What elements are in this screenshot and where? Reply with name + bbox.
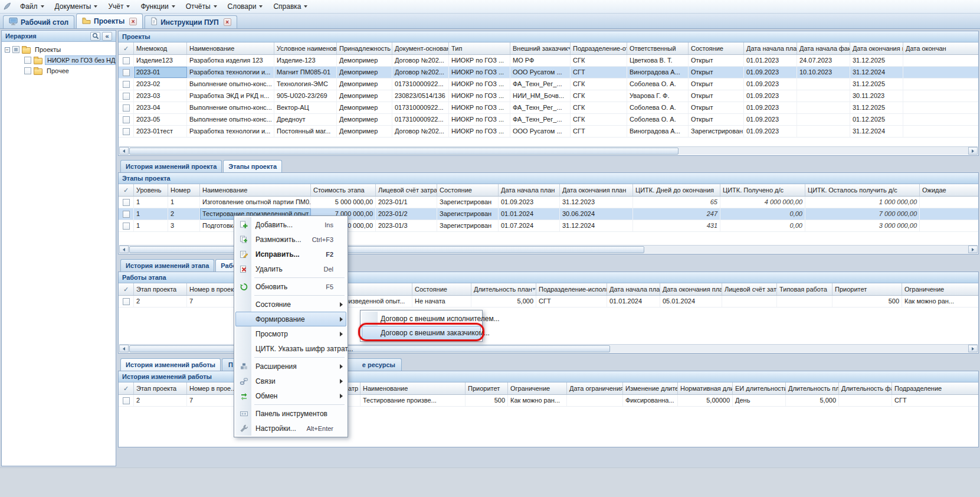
- table-cell[interactable]: [797, 102, 850, 113]
- table-cell[interactable]: 31.12.2024: [850, 126, 903, 137]
- table-cell[interactable]: 30.11.2023: [850, 90, 903, 102]
- table-cell[interactable]: 0,00: [720, 220, 805, 231]
- column-header[interactable]: Длительность фак: [839, 382, 892, 394]
- tab-stage-change-history[interactable]: История изменений этапа: [120, 259, 214, 272]
- row-checkbox[interactable]: [123, 57, 130, 64]
- table-cell[interactable]: Виноградова А...: [627, 67, 689, 78]
- table-cell[interactable]: 0,00: [720, 208, 805, 220]
- table-cell[interactable]: Открыт: [689, 79, 744, 90]
- table-cell[interactable]: 2023-03: [134, 90, 187, 102]
- table-cell[interactable]: Зарегистрирован: [437, 197, 499, 208]
- table-cell[interactable]: [920, 197, 979, 208]
- table-cell[interactable]: Как можно ран...: [508, 395, 567, 406]
- table-row[interactable]: 2023-04Выполнение опытно-конс...Вектор-А…: [119, 102, 978, 114]
- scroll-thumb[interactable]: [129, 246, 644, 253]
- column-header[interactable]: Состояние: [437, 184, 499, 196]
- row-checkbox[interactable]: [123, 81, 130, 88]
- table-cell[interactable]: 1: [168, 197, 200, 208]
- table-cell[interactable]: 01.09.2023: [744, 102, 797, 113]
- table-cell[interactable]: СГТ: [536, 296, 607, 307]
- column-header[interactable]: ✓: [119, 382, 134, 394]
- scroll-left-button[interactable]: [119, 345, 129, 352]
- table-cell[interactable]: СГТ: [892, 395, 979, 406]
- column-header[interactable]: ЦИТК. Дней до окончания: [633, 184, 720, 196]
- column-header[interactable]: Номер в прое...: [187, 382, 235, 394]
- table-cell[interactable]: Открыт: [689, 102, 744, 113]
- tab-instructions[interactable]: Инструкции ПУП ×: [145, 15, 237, 28]
- table-cell[interactable]: [119, 126, 134, 137]
- table-cell[interactable]: ФА_Техн_Рег_...: [510, 114, 571, 125]
- column-header[interactable]: Изменение длите: [623, 382, 678, 394]
- scroll-thumb[interactable]: [129, 345, 610, 352]
- table-cell[interactable]: 65: [633, 197, 720, 208]
- table-cell[interactable]: 2: [134, 296, 187, 307]
- column-header[interactable]: Дата начала план: [744, 42, 797, 54]
- table-cell[interactable]: [567, 395, 623, 406]
- table-cell[interactable]: Демопример: [337, 67, 392, 78]
- table-cell[interactable]: 01.09.2023: [744, 114, 797, 125]
- column-header[interactable]: Принадлежность: [337, 42, 392, 54]
- table-cell[interactable]: 01.09.2023: [744, 79, 797, 90]
- table-row[interactable]: 2023-01Разработка технологии и...Магнит …: [119, 67, 978, 79]
- table-cell[interactable]: [903, 67, 979, 78]
- scroll-right-button[interactable]: [968, 147, 978, 155]
- column-header[interactable]: Дата окончания план: [660, 283, 722, 295]
- table-cell[interactable]: 01.09.2023: [744, 90, 797, 102]
- table-cell[interactable]: 5,000: [471, 296, 536, 307]
- table-cell[interactable]: 1: [134, 197, 168, 208]
- table-cell[interactable]: СГК: [571, 79, 627, 90]
- table-cell[interactable]: [777, 296, 832, 307]
- table-cell[interactable]: Демопример: [337, 126, 392, 137]
- scroll-right-button[interactable]: [968, 345, 978, 352]
- table-cell[interactable]: Открыт: [689, 55, 744, 66]
- menu-item[interactable]: Связи: [235, 374, 346, 388]
- table-cell[interactable]: НИОКР по ГОЗ ...: [449, 67, 510, 78]
- table-cell[interactable]: 431: [633, 220, 720, 231]
- column-header[interactable]: Тип: [449, 42, 510, 54]
- submenu-item[interactable]: Договор с внешним заказчиком...: [362, 326, 481, 340]
- table-cell[interactable]: [920, 220, 979, 231]
- table-cell[interactable]: 2: [134, 395, 187, 406]
- row-checkbox[interactable]: [123, 128, 130, 135]
- column-header[interactable]: Лицевой счёт затр: [722, 283, 777, 295]
- column-header[interactable]: Ответственный: [627, 42, 689, 54]
- table-cell[interactable]: Виноградова А...: [627, 126, 689, 137]
- column-header[interactable]: Дата ограничения: [567, 382, 623, 394]
- scroll-left-button[interactable]: [119, 147, 129, 155]
- table-cell[interactable]: 2023-04: [134, 102, 187, 113]
- table-cell[interactable]: 31.12.2024: [560, 220, 633, 231]
- table-cell[interactable]: [903, 90, 979, 102]
- table-cell[interactable]: 4 000 000,00: [720, 197, 805, 208]
- column-header[interactable]: Подразделение-исполнитель.: [536, 283, 607, 295]
- tree-item[interactable]: НИОКР по ГОЗ без НДС: [2, 55, 116, 66]
- column-header[interactable]: ✓: [119, 42, 134, 54]
- table-cell[interactable]: 2023-01тест: [134, 126, 187, 137]
- table-cell[interactable]: Выполнение опытно-конс...: [187, 79, 274, 90]
- table-cell[interactable]: СГК: [571, 55, 627, 66]
- table-cell[interactable]: Фиксированна...: [623, 395, 678, 406]
- menu-item[interactable]: Исправить...F2: [235, 247, 346, 261]
- table-cell[interactable]: 2023-02: [134, 79, 187, 90]
- table-cell[interactable]: НИОКР по ГОЗ ...: [449, 102, 510, 113]
- table-cell[interactable]: [119, 208, 134, 220]
- column-header[interactable]: Подразделение-от: [571, 42, 627, 54]
- column-header[interactable]: Лицевой счёт затрат: [376, 184, 437, 196]
- column-header[interactable]: Дата начала план: [499, 184, 560, 196]
- table-cell[interactable]: [797, 114, 850, 125]
- table-cell[interactable]: Как можно ран...: [902, 296, 979, 307]
- table-cell[interactable]: 3 000 000,00: [805, 220, 920, 231]
- tree-checkbox[interactable]: [12, 46, 19, 53]
- menu-reports[interactable]: Отчёты: [181, 1, 222, 12]
- table-cell[interactable]: [722, 296, 777, 307]
- column-header[interactable]: Номер: [168, 184, 200, 196]
- table-cell[interactable]: 10.10.2023: [797, 67, 850, 78]
- table-cell[interactable]: [797, 90, 850, 102]
- table-cell[interactable]: Выполнение опытно-конс...: [187, 114, 274, 125]
- projects-h-scrollbar[interactable]: [119, 146, 978, 155]
- table-cell[interactable]: Договор №202...: [392, 126, 449, 137]
- table-cell[interactable]: [797, 126, 850, 137]
- table-cell[interactable]: [119, 114, 134, 125]
- row-checkbox[interactable]: [123, 116, 130, 123]
- table-cell[interactable]: Разработка ЭКД и РКД н...: [187, 90, 274, 102]
- menu-item[interactable]: Расширения: [235, 359, 346, 374]
